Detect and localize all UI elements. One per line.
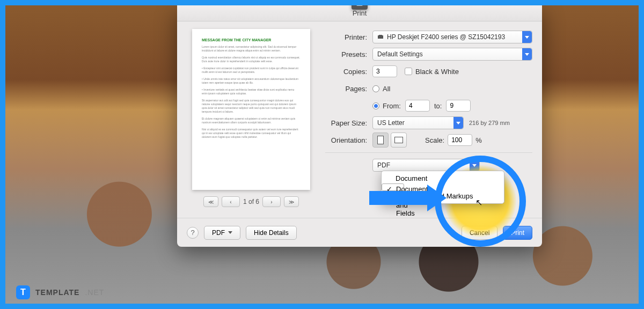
copies-label: Copies: <box>325 68 372 76</box>
chevron-down-icon <box>470 159 479 171</box>
presets-label: Presets: <box>325 50 372 58</box>
layout-value: PDF <box>377 161 390 169</box>
bw-checkbox[interactable] <box>405 68 412 75</box>
copies-input[interactable] <box>372 65 397 77</box>
cancel-button[interactable]: Cancel <box>462 226 497 240</box>
paper-size-label: Paper Size: <box>325 119 372 127</box>
hide-details-button[interactable]: Hide Details <box>246 226 297 240</box>
page-count: 1 of 6 <box>243 198 259 205</box>
pages-from-input[interactable] <box>405 100 430 112</box>
printer-value: HP Deskjet F2400 series @ SZ15042193 <box>387 33 505 41</box>
printer-dropdown[interactable]: HP Deskjet F2400 series @ SZ15042193 <box>372 31 532 43</box>
page-next-button[interactable]: › <box>262 196 281 207</box>
chevron-down-icon <box>453 117 463 129</box>
annotation-arrow <box>369 191 428 205</box>
brand-text-2: .NET <box>85 288 104 297</box>
page-last-button[interactable]: ≫ <box>284 196 299 207</box>
brand-text-1: TEMPLATE <box>35 288 79 297</box>
page-prev-button[interactable]: ‹ <box>222 196 240 207</box>
page-first-button[interactable]: ≪ <box>203 196 218 207</box>
scale-input[interactable] <box>448 134 472 146</box>
scale-label: Scale: <box>425 136 444 144</box>
bw-label: Black & White <box>415 68 459 76</box>
orientation-landscape-button[interactable] <box>391 133 407 148</box>
paper-size-note: 216 by 279 mm <box>469 120 510 126</box>
preview-column: MESSAGE FROM THE CITY MANAGER Lorem ipsu… <box>187 29 316 216</box>
paper-size-dropdown[interactable]: US Letter <box>372 116 464 129</box>
scale-pct: % <box>475 136 482 144</box>
pages-from-label: From: <box>383 102 401 110</box>
presets-value: Default Settings <box>377 50 423 58</box>
pages-range-radio[interactable] <box>372 102 379 109</box>
cancel-label: Cancel <box>470 229 489 237</box>
presets-dropdown[interactable]: Default Settings <box>372 48 532 61</box>
preview-heading: MESSAGE FROM THE CITY MANAGER <box>202 38 301 43</box>
pdf-menu-button[interactable]: PDF <box>204 226 240 240</box>
print-button[interactable]: Print <box>503 226 532 240</box>
cursor-icon: ↖ <box>475 197 482 208</box>
print-label: Print <box>511 229 524 237</box>
pages-to-input[interactable] <box>446 100 471 112</box>
orientation-portrait-button[interactable] <box>372 133 389 148</box>
pages-label: Pages: <box>325 85 372 93</box>
layout-dropdown[interactable]: PDF <box>372 159 480 172</box>
dialog-footer: ? PDF Hide Details Cancel Print <box>177 218 542 247</box>
chevron-down-icon <box>522 31 532 43</box>
help-button[interactable]: ? <box>187 227 199 239</box>
paper-size-value: US Letter <box>377 119 405 127</box>
separator <box>325 152 532 153</box>
pdf-button-label: PDF <box>212 229 225 237</box>
brand-watermark: T TEMPLATE.NET <box>16 285 104 299</box>
submenu-item-document[interactable]: Document <box>382 173 504 183</box>
page-preview: MESSAGE FROM THE CITY MANAGER Lorem ipsu… <box>192 29 310 190</box>
printer-icon <box>377 34 384 40</box>
pages-all-radio[interactable] <box>372 85 379 92</box>
pager: ≪ ‹ 1 of 6 › ≫ <box>203 196 299 207</box>
app-badge-icon <box>352 0 368 10</box>
pages-to-label: to: <box>434 102 442 110</box>
hide-details-label: Hide Details <box>254 229 289 237</box>
brand-logo-icon: T <box>16 285 30 299</box>
chevron-down-icon <box>522 48 532 60</box>
pages-all-label: All <box>383 85 390 93</box>
orientation-label: Orientation: <box>325 136 372 144</box>
chevron-down-icon <box>228 231 232 234</box>
print-dialog: Print MESSAGE FROM THE CITY MANAGER Lore… <box>177 5 542 247</box>
printer-label: Printer: <box>325 33 372 41</box>
submenu-item-markups-fields[interactable]: Document, Markups and Fields <box>382 183 404 191</box>
